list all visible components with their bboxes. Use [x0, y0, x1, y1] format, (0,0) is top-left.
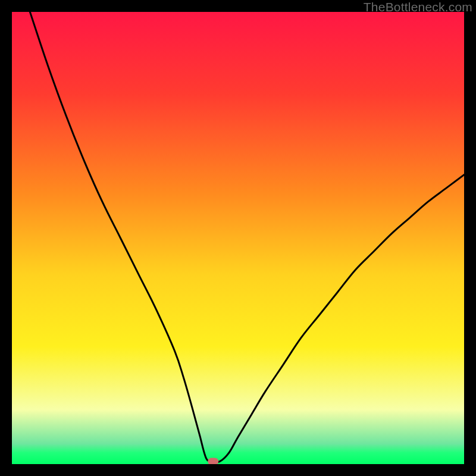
chart-svg — [12, 12, 464, 464]
watermark-text: TheBottleneck.com — [364, 0, 472, 14]
plot-area — [12, 12, 464, 464]
minimum-marker — [208, 458, 218, 464]
gradient-background — [12, 12, 464, 464]
chart-frame: TheBottleneck.com — [0, 0, 476, 476]
